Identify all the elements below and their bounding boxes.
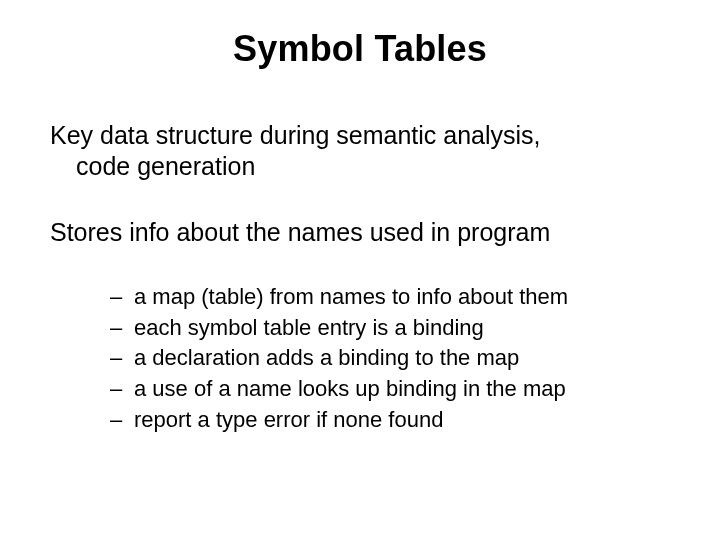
dash-icon: – bbox=[110, 282, 134, 313]
list-item: – a map (table) from names to info about… bbox=[110, 282, 670, 313]
dash-icon: – bbox=[110, 374, 134, 405]
list-item: – report a type error if none found bbox=[110, 405, 670, 436]
list-item-text: a map (table) from names to info about t… bbox=[134, 282, 568, 313]
sub-bullet-list: – a map (table) from names to info about… bbox=[50, 282, 670, 436]
slide: Symbol Tables Key data structure during … bbox=[0, 0, 720, 540]
slide-title: Symbol Tables bbox=[50, 28, 670, 70]
paragraph-1-line-1: Key data structure during semantic analy… bbox=[50, 120, 670, 151]
paragraph-1: Key data structure during semantic analy… bbox=[50, 120, 670, 183]
paragraph-1-line-2: code generation bbox=[50, 151, 670, 182]
dash-icon: – bbox=[110, 343, 134, 374]
list-item-text: report a type error if none found bbox=[134, 405, 443, 436]
paragraph-2: Stores info about the names used in prog… bbox=[50, 217, 670, 248]
dash-icon: – bbox=[110, 313, 134, 344]
list-item-text: each symbol table entry is a binding bbox=[134, 313, 484, 344]
list-item-text: a declaration adds a binding to the map bbox=[134, 343, 519, 374]
list-item: – a declaration adds a binding to the ma… bbox=[110, 343, 670, 374]
dash-icon: – bbox=[110, 405, 134, 436]
list-item: – a use of a name looks up binding in th… bbox=[110, 374, 670, 405]
list-item-text: a use of a name looks up binding in the … bbox=[134, 374, 566, 405]
list-item: – each symbol table entry is a binding bbox=[110, 313, 670, 344]
